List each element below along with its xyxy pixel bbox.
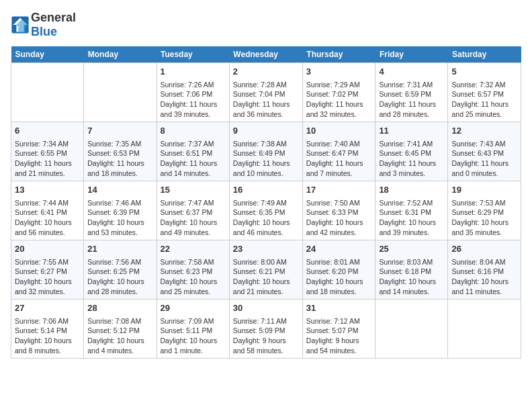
calendar-cell: 25Sunrise: 8:03 AMSunset: 6:18 PMDayligh… [375, 240, 448, 300]
date-number: 27 [15, 302, 80, 314]
date-number: 3 [306, 66, 372, 78]
date-number: 19 [451, 184, 517, 196]
calendar-cell: 12Sunrise: 7:43 AMSunset: 6:43 PMDayligh… [448, 122, 521, 181]
cell-info: Sunrise: 7:31 AMSunset: 6:59 PMDaylight:… [379, 80, 444, 120]
week-row-1: 1Sunrise: 7:26 AMSunset: 7:06 PMDaylight… [11, 63, 521, 122]
cell-info: Sunrise: 7:44 AMSunset: 6:41 PMDaylight:… [15, 198, 80, 238]
calendar-cell: 22Sunrise: 7:58 AMSunset: 6:23 PMDayligh… [157, 240, 229, 300]
calendar-cell: 23Sunrise: 8:00 AMSunset: 6:21 PMDayligh… [229, 240, 302, 300]
cell-info: Sunrise: 8:01 AMSunset: 6:20 PMDaylight:… [306, 257, 372, 297]
date-number: 18 [379, 184, 444, 196]
calendar-cell: 29Sunrise: 7:09 AMSunset: 5:11 PMDayligh… [157, 300, 229, 359]
calendar-cell [11, 63, 84, 122]
page-header: General Blue [11, 11, 521, 38]
date-number: 24 [306, 243, 372, 255]
cell-info: Sunrise: 7:55 AMSunset: 6:27 PMDaylight:… [15, 257, 80, 297]
date-number: 1 [161, 66, 226, 78]
cell-info: Sunrise: 7:50 AMSunset: 6:33 PMDaylight:… [306, 198, 372, 238]
calendar-cell: 28Sunrise: 7:08 AMSunset: 5:12 PMDayligh… [84, 300, 157, 359]
calendar-cell: 18Sunrise: 7:52 AMSunset: 6:31 PMDayligh… [375, 181, 448, 240]
calendar-cell [375, 300, 448, 359]
calendar-cell: 13Sunrise: 7:44 AMSunset: 6:41 PMDayligh… [11, 181, 84, 240]
cell-info: Sunrise: 7:52 AMSunset: 6:31 PMDaylight:… [379, 198, 444, 238]
calendar-table: SundayMondayTuesdayWednesdayThursdayFrid… [11, 46, 521, 359]
cell-info: Sunrise: 7:38 AMSunset: 6:49 PMDaylight:… [233, 139, 299, 179]
date-number: 15 [161, 184, 226, 196]
cell-info: Sunrise: 7:35 AMSunset: 6:53 PMDaylight:… [87, 139, 152, 179]
weekday-header-monday: Monday [84, 46, 157, 63]
week-row-2: 6Sunrise: 7:34 AMSunset: 6:55 PMDaylight… [11, 122, 521, 181]
date-number: 17 [306, 184, 372, 196]
cell-info: Sunrise: 7:53 AMSunset: 6:29 PMDaylight:… [451, 198, 517, 238]
cell-info: Sunrise: 7:29 AMSunset: 7:02 PMDaylight:… [306, 80, 372, 120]
weekday-header-sunday: Sunday [11, 46, 84, 63]
cell-info: Sunrise: 7:08 AMSunset: 5:12 PMDaylight:… [87, 316, 152, 356]
date-number: 26 [451, 243, 517, 255]
date-number: 7 [87, 125, 152, 137]
calendar-cell: 31Sunrise: 7:12 AMSunset: 5:07 PMDayligh… [302, 300, 375, 359]
calendar-cell: 21Sunrise: 7:56 AMSunset: 6:25 PMDayligh… [84, 240, 157, 300]
weekday-header-friday: Friday [375, 46, 448, 63]
cell-info: Sunrise: 7:49 AMSunset: 6:35 PMDaylight:… [233, 198, 299, 238]
date-number: 8 [161, 125, 226, 137]
cell-info: Sunrise: 7:32 AMSunset: 6:57 PMDaylight:… [451, 80, 517, 120]
date-number: 13 [15, 184, 80, 196]
date-number: 30 [233, 302, 299, 314]
logo-text-blue: Blue [31, 25, 76, 39]
cell-info: Sunrise: 7:28 AMSunset: 7:04 PMDaylight:… [233, 80, 299, 120]
date-number: 5 [451, 66, 517, 78]
calendar-cell: 24Sunrise: 8:01 AMSunset: 6:20 PMDayligh… [302, 240, 375, 300]
cell-info: Sunrise: 7:26 AMSunset: 7:06 PMDaylight:… [161, 80, 226, 120]
date-number: 9 [233, 125, 299, 137]
cell-info: Sunrise: 8:03 AMSunset: 6:18 PMDaylight:… [379, 257, 444, 297]
calendar-cell: 5Sunrise: 7:32 AMSunset: 6:57 PMDaylight… [448, 63, 521, 122]
calendar-cell: 17Sunrise: 7:50 AMSunset: 6:33 PMDayligh… [302, 181, 375, 240]
cell-info: Sunrise: 7:34 AMSunset: 6:55 PMDaylight:… [15, 139, 80, 179]
date-number: 31 [306, 302, 372, 314]
cell-info: Sunrise: 8:00 AMSunset: 6:21 PMDaylight:… [233, 257, 299, 297]
date-number: 20 [15, 243, 80, 255]
date-number: 21 [87, 243, 152, 255]
cell-info: Sunrise: 7:40 AMSunset: 6:47 PMDaylight:… [306, 139, 372, 179]
date-number: 6 [15, 125, 80, 137]
cell-info: Sunrise: 8:04 AMSunset: 6:16 PMDaylight:… [451, 257, 517, 297]
cell-info: Sunrise: 7:58 AMSunset: 6:23 PMDaylight:… [161, 257, 226, 297]
weekday-header-wednesday: Wednesday [229, 46, 302, 63]
date-number: 10 [306, 125, 372, 137]
date-number: 12 [451, 125, 517, 137]
calendar-cell: 9Sunrise: 7:38 AMSunset: 6:49 PMDaylight… [229, 122, 302, 181]
date-number: 28 [87, 302, 152, 314]
calendar-cell: 19Sunrise: 7:53 AMSunset: 6:29 PMDayligh… [448, 181, 521, 240]
cell-info: Sunrise: 7:46 AMSunset: 6:39 PMDaylight:… [87, 198, 152, 238]
logo: General Blue [11, 11, 76, 38]
date-number: 16 [233, 184, 299, 196]
calendar-cell: 1Sunrise: 7:26 AMSunset: 7:06 PMDaylight… [157, 63, 229, 122]
calendar-cell: 14Sunrise: 7:46 AMSunset: 6:39 PMDayligh… [84, 181, 157, 240]
calendar-cell: 30Sunrise: 7:11 AMSunset: 5:09 PMDayligh… [229, 300, 302, 359]
calendar-cell: 16Sunrise: 7:49 AMSunset: 6:35 PMDayligh… [229, 181, 302, 240]
date-number: 29 [161, 302, 226, 314]
calendar-cell [448, 300, 521, 359]
calendar-cell: 6Sunrise: 7:34 AMSunset: 6:55 PMDaylight… [11, 122, 84, 181]
cell-info: Sunrise: 7:56 AMSunset: 6:25 PMDaylight:… [87, 257, 152, 297]
date-number: 22 [161, 243, 226, 255]
week-row-3: 13Sunrise: 7:44 AMSunset: 6:41 PMDayligh… [11, 181, 521, 240]
cell-info: Sunrise: 7:43 AMSunset: 6:43 PMDaylight:… [451, 139, 517, 179]
cell-info: Sunrise: 7:47 AMSunset: 6:37 PMDaylight:… [161, 198, 226, 238]
date-number: 23 [233, 243, 299, 255]
calendar-cell: 8Sunrise: 7:37 AMSunset: 6:51 PMDaylight… [157, 122, 229, 181]
logo-text-general: General [31, 11, 76, 25]
cell-info: Sunrise: 7:06 AMSunset: 5:14 PMDaylight:… [15, 316, 80, 356]
cell-info: Sunrise: 7:09 AMSunset: 5:11 PMDaylight:… [161, 316, 226, 356]
date-number: 2 [233, 66, 299, 78]
calendar-cell: 11Sunrise: 7:41 AMSunset: 6:45 PMDayligh… [375, 122, 448, 181]
calendar-cell: 10Sunrise: 7:40 AMSunset: 6:47 PMDayligh… [302, 122, 375, 181]
weekday-header-thursday: Thursday [302, 46, 375, 63]
calendar-cell: 7Sunrise: 7:35 AMSunset: 6:53 PMDaylight… [84, 122, 157, 181]
weekday-header-tuesday: Tuesday [157, 46, 229, 63]
calendar-cell: 26Sunrise: 8:04 AMSunset: 6:16 PMDayligh… [448, 240, 521, 300]
calendar-cell: 27Sunrise: 7:06 AMSunset: 5:14 PMDayligh… [11, 300, 84, 359]
calendar-cell: 3Sunrise: 7:29 AMSunset: 7:02 PMDaylight… [302, 63, 375, 122]
calendar-cell: 20Sunrise: 7:55 AMSunset: 6:27 PMDayligh… [11, 240, 84, 300]
date-number: 4 [379, 66, 444, 78]
